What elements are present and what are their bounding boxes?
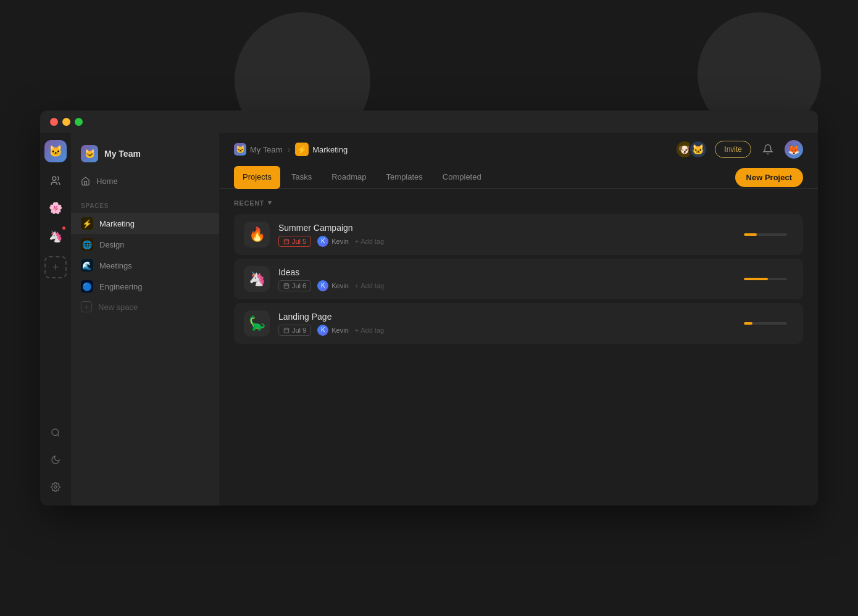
assignee-avatar-summer: K	[317, 236, 328, 247]
maximize-button[interactable]	[75, 118, 83, 126]
progress-fill-landing	[744, 322, 752, 325]
project-card-ideas[interactable]: 🦄 Ideas Jul 6 K Kevin	[234, 259, 803, 299]
breadcrumb-page-label: Marketing	[312, 145, 348, 154]
tab-tasks[interactable]: Tasks	[283, 166, 320, 189]
new-space-label: New space	[98, 302, 138, 312]
main-layout: 🐱 🌸 🦄 +	[40, 133, 818, 506]
project-info-landing: Landing Page Jul 9 K Kevin +	[278, 312, 735, 336]
people-icon-btn[interactable]	[44, 170, 67, 192]
project-icon-landing: 🦕	[244, 310, 270, 336]
tab-templates[interactable]: Templates	[378, 166, 431, 189]
settings-icon-btn[interactable]	[44, 476, 67, 498]
add-tag-landing[interactable]: + Add tag	[355, 327, 384, 334]
breadcrumb-separator: ›	[288, 144, 291, 154]
projects-area: RECENT ▾ 🔥 Summer Campaign Jul 5	[219, 189, 818, 506]
sidebar-marketing-label: Marketing	[99, 219, 135, 228]
sidebar-item-design[interactable]: 🌐 Design	[71, 234, 219, 255]
progress-fill-summer	[744, 233, 757, 236]
header-right: 🐶 🐱 Invite 🦊	[675, 140, 803, 159]
project-title-ideas: Ideas	[278, 267, 735, 277]
sidebar-item-home[interactable]: Home	[71, 172, 219, 190]
top-header: 🐱 My Team › ⚡ Marketing 🐶 🐱 Invite	[219, 133, 818, 166]
new-space-plus-icon: +	[81, 301, 92, 312]
app-window: 🐱 🌸 🦄 +	[40, 110, 818, 506]
minimize-button[interactable]	[62, 118, 70, 126]
svg-rect-8	[284, 283, 289, 288]
project-title-summer: Summer Campaign	[278, 223, 735, 233]
marketing-space-icon: ⚡	[81, 217, 93, 230]
breadcrumb-marketing-icon: ⚡	[295, 143, 309, 156]
sidebar-item-engineering[interactable]: 🔵 Engineering	[71, 276, 219, 297]
tab-completed[interactable]: Completed	[434, 166, 490, 189]
meetings-space-icon: 🌊	[81, 259, 93, 272]
close-button[interactable]	[50, 118, 58, 126]
project-meta-ideas: Jul 6 K Kevin + Add tag	[278, 280, 735, 291]
new-space-button[interactable]: + New space	[71, 297, 219, 317]
project-date-summer[interactable]: Jul 5	[278, 236, 311, 247]
project-meta-landing: Jul 9 K Kevin + Add tag	[278, 325, 735, 336]
header-avatar-2: 🐱	[689, 140, 707, 159]
assignee-avatar-ideas: K	[317, 280, 328, 291]
icon-bar: 🐱 🌸 🦄 +	[40, 133, 71, 506]
moon-icon-btn[interactable]	[44, 449, 67, 471]
sidebar-team[interactable]: 🐱 My Team	[71, 140, 219, 167]
workspace-unicorn[interactable]: 🦄	[44, 225, 67, 248]
tabs-bar: Projects Tasks Roadmap Templates Complet…	[219, 166, 818, 189]
section-header-recent[interactable]: RECENT ▾	[234, 199, 803, 207]
sidebar-item-meetings[interactable]: 🌊 Meetings	[71, 255, 219, 276]
svg-point-3	[54, 486, 57, 488]
project-assignee-ideas[interactable]: K Kevin	[317, 280, 349, 291]
sidebar-nav: Home	[71, 167, 219, 195]
sidebar: 🐱 My Team Home SPACES ⚡ Marketing	[71, 133, 219, 506]
svg-point-0	[52, 177, 56, 180]
project-icon-ideas: 🦄	[244, 266, 270, 292]
tab-roadmap[interactable]: Roadmap	[323, 166, 375, 189]
progress-bar-summer	[744, 233, 793, 236]
project-card-summer-campaign[interactable]: 🔥 Summer Campaign Jul 5 K Kevin	[234, 214, 803, 255]
project-date-ideas[interactable]: Jul 6	[278, 280, 311, 291]
svg-rect-4	[284, 239, 289, 244]
design-space-icon: 🌐	[81, 238, 93, 251]
add-workspace-button[interactable]: +	[44, 256, 67, 278]
engineering-space-icon: 🔵	[81, 280, 93, 293]
sidebar-engineering-label: Engineering	[99, 282, 142, 291]
sidebar-home-label: Home	[96, 177, 118, 186]
progress-fill-ideas	[744, 278, 768, 280]
recent-label: RECENT	[234, 199, 264, 207]
search-icon-btn[interactable]	[44, 422, 67, 444]
project-info-ideas: Ideas Jul 6 K Kevin +	[278, 267, 735, 291]
breadcrumb-team-icon: 🐱	[234, 143, 246, 156]
user-avatar-header[interactable]: 🦊	[785, 140, 803, 159]
progress-bar-ideas	[744, 278, 793, 280]
breadcrumb-current: ⚡ Marketing	[295, 143, 348, 156]
new-project-button[interactable]: New Project	[735, 168, 803, 187]
project-assignee-summer[interactable]: K Kevin	[317, 236, 349, 247]
tab-projects[interactable]: Projects	[234, 166, 280, 189]
notification-button[interactable]	[759, 140, 777, 159]
add-tag-landing-icon: +	[355, 327, 359, 334]
assignee-avatar-landing: K	[317, 325, 328, 336]
sidebar-item-marketing[interactable]: ⚡ Marketing	[71, 213, 219, 234]
svg-rect-12	[284, 328, 289, 333]
project-assignee-landing[interactable]: K Kevin	[317, 325, 349, 336]
project-date-landing[interactable]: Jul 9	[278, 325, 311, 336]
title-bar	[40, 110, 818, 133]
add-tag-ideas[interactable]: + Add tag	[355, 282, 384, 289]
workspace-avatar[interactable]: 🐱	[44, 140, 67, 162]
add-tag-summer[interactable]: + Add tag	[355, 238, 384, 245]
project-card-landing-page[interactable]: 🦕 Landing Page Jul 9 K Kevin	[234, 303, 803, 344]
project-meta-summer: Jul 5 K Kevin + Add tag	[278, 236, 735, 247]
workspace-flower[interactable]: 🌸	[44, 197, 67, 219]
recent-chevron-icon: ▾	[268, 199, 272, 207]
project-icon-summer: 🔥	[244, 222, 270, 248]
project-info-summer: Summer Campaign Jul 5 K Kevin +	[278, 223, 735, 247]
svg-line-2	[57, 435, 59, 436]
project-title-landing: Landing Page	[278, 312, 735, 322]
sidebar-design-label: Design	[99, 240, 124, 249]
breadcrumb-team[interactable]: 🐱 My Team	[234, 143, 283, 156]
header-avatars: 🐶 🐱	[675, 140, 707, 159]
breadcrumb-team-label: My Team	[250, 145, 283, 154]
invite-button[interactable]: Invite	[715, 141, 751, 158]
progress-bar-landing	[744, 322, 793, 325]
sidebar-spaces-label: SPACES	[71, 195, 219, 213]
